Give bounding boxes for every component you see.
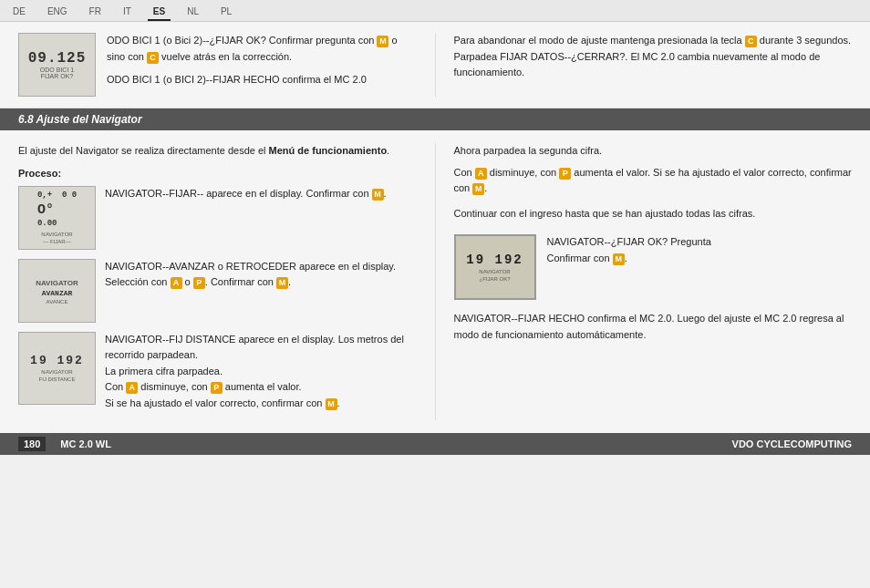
footer: 180 MC 2.0 WL VDO CYCLECOMPUTING — [0, 433, 870, 455]
step-2: NAVIGATOR AVANZAR AVANCE NAVIGATOR--AVAN… — [18, 259, 417, 323]
language-tabs: DE ENG FR IT ES NL PL — [0, 0, 870, 22]
step-1-text: NAVIGATOR--FIJAR-- aparece en el display… — [105, 186, 417, 202]
main-content: El ajuste del Navigator se realiza direc… — [0, 130, 870, 433]
tab-es[interactable]: ES — [148, 4, 171, 21]
right-column: Ahora parpadea la segunda cifra. Con A d… — [435, 143, 853, 420]
top-left-text: ODO BICI 1 (o Bici 2)--¿FIJAR OK? Confir… — [107, 33, 417, 97]
step-2-text: NAVIGATOR--AVANZAR o RETROCEDER aparece … — [105, 259, 417, 291]
tab-pl[interactable]: PL — [215, 4, 237, 21]
right-p4: NAVIGATOR--FIJAR HECHO confirma el MC 2.… — [454, 311, 853, 343]
step3-key-p: P — [211, 382, 223, 394]
step-1-image: 0,+ 0 0 O° 0.00 NAVIGATOR — FIJAR— — [18, 186, 96, 250]
right-screen-key-m: M — [613, 253, 625, 265]
tab-de[interactable]: DE — [7, 4, 31, 21]
right-p3: Continuar con el ingreso hasta que se ha… — [454, 206, 853, 222]
right-key-p: P — [559, 168, 571, 180]
top-section: 09.125 ODO BICI 1 FIJAR OK? ODO BICI 1 (… — [0, 22, 870, 108]
step-2-image: NAVIGATOR AVANZAR AVANCE — [18, 259, 96, 323]
step2-key-p: P — [193, 277, 205, 289]
tab-it[interactable]: IT — [118, 4, 137, 21]
right-screen-row: 19 192 NAVIGATOR ¿FIJAR OK? NAVIGATOR--¿… — [454, 234, 711, 300]
device-image-top: 09.125 ODO BICI 1 FIJAR OK? — [18, 33, 96, 97]
step-3-image: 19 192 NAVIGATOR FIJ DISTANCE — [18, 332, 96, 405]
section-title: 6.8 Ajuste del Navigator — [18, 113, 142, 126]
top-left: 09.125 ODO BICI 1 FIJAR OK? ODO BICI 1 (… — [18, 33, 435, 97]
tab-eng[interactable]: ENG — [42, 4, 73, 21]
key-c-badge: C — [147, 52, 159, 64]
key-c-top-right: C — [745, 36, 757, 47]
footer-brand: VDO CYCLECOMPUTING — [732, 438, 852, 449]
footer-page-number: 180 — [18, 437, 46, 451]
right-screen-image: 19 192 NAVIGATOR ¿FIJAR OK? — [454, 234, 536, 300]
right-p1: Ahora parpadea la segunda cifra. — [454, 143, 853, 160]
step1-key-m: M — [372, 189, 384, 201]
step3-key-m: M — [326, 398, 337, 410]
step-3: 19 192 NAVIGATOR FIJ DISTANCE NAVIGATOR-… — [18, 332, 417, 412]
key-m-badge: M — [377, 36, 388, 47]
right-image-container: 19 192 NAVIGATOR ¿FIJAR OK? NAVIGATOR--¿… — [454, 234, 853, 300]
intro-paragraph: El ajuste del Navigator se realiza direc… — [18, 143, 417, 159]
tab-fr[interactable]: FR — [84, 4, 107, 21]
top-right-text: Para abandonar el modo de ajuste manteng… — [435, 33, 853, 97]
right-screen-caption: NAVIGATOR--¿FIJAR OK? Pregunta Confirmar… — [547, 234, 711, 266]
top-left-p2: ODO BICI 1 (o BICI 2)--FIJAR HECHO confi… — [107, 72, 417, 88]
step-3-text: NAVIGATOR--FIJ DISTANCE aparece en el di… — [105, 332, 417, 412]
left-column: El ajuste del Navigator se realiza direc… — [18, 143, 435, 420]
right-key-m: M — [472, 183, 484, 195]
right-key-a: A — [475, 168, 487, 180]
right-p2: Con A disminuye, con P aumenta el valor.… — [454, 165, 853, 197]
step2-key-m: M — [276, 277, 288, 289]
tab-nl[interactable]: NL — [181, 4, 204, 21]
section-header: 6.8 Ajuste del Navigator — [0, 108, 870, 130]
step2-key-a: A — [171, 277, 182, 289]
process-label: Proceso: — [18, 168, 417, 179]
step3-key-a: A — [126, 382, 138, 394]
intro-bold: Menú de funcionamiento — [269, 145, 388, 156]
step-1: 0,+ 0 0 O° 0.00 NAVIGATOR — FIJAR— NAVIG… — [18, 186, 417, 250]
footer-title: MC 2.0 WL — [60, 438, 111, 449]
